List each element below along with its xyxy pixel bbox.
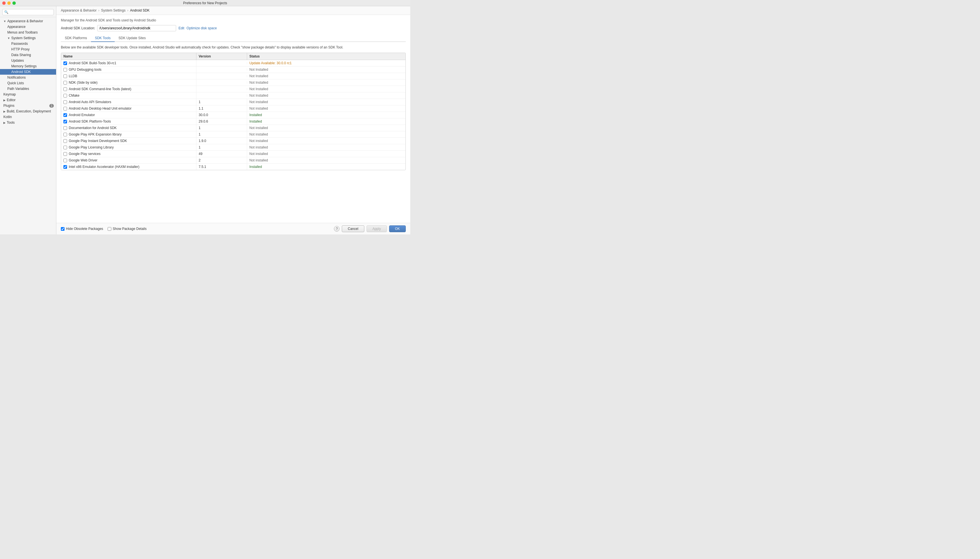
tool-name-cell: Android SDK Platform-Tools bbox=[61, 118, 197, 124]
tool-checkbox[interactable] bbox=[63, 133, 67, 136]
tool-name: Android SDK Build-Tools 30-rc1 bbox=[69, 61, 116, 65]
breadcrumb-part-1: Appearance & Behavior bbox=[61, 8, 97, 12]
tool-status-cell: Not installed bbox=[247, 125, 405, 131]
tool-checkbox[interactable] bbox=[63, 139, 67, 143]
tool-status-cell: Not installed bbox=[247, 144, 405, 150]
breadcrumb-current: Android SDK bbox=[130, 8, 149, 12]
tool-name-cell: GPU Debugging tools bbox=[61, 66, 197, 73]
tool-name-cell: Android Auto Desktop Head Unit emulator bbox=[61, 105, 197, 112]
ok-button[interactable]: OK bbox=[389, 225, 406, 232]
sidebar-item-appearance[interactable]: Appearance bbox=[0, 24, 56, 30]
help-icon[interactable]: ? bbox=[334, 226, 340, 232]
show-package-details-checkbox[interactable] bbox=[107, 227, 111, 231]
tool-version-cell bbox=[197, 81, 247, 84]
tool-version-cell: 49 bbox=[197, 151, 247, 157]
tool-name-cell: Google Play APK Expansion library bbox=[61, 131, 197, 137]
close-button[interactable] bbox=[2, 2, 6, 5]
tool-checkbox[interactable] bbox=[63, 159, 67, 162]
search-input[interactable] bbox=[2, 9, 54, 15]
tool-name: Android SDK Platform-Tools bbox=[69, 119, 111, 123]
tool-name-cell: NDK (Side by side) bbox=[61, 79, 197, 86]
sidebar-item-path-variables[interactable]: Path Variables bbox=[0, 86, 56, 92]
th-name: Name bbox=[61, 53, 197, 60]
tool-checkbox[interactable] bbox=[63, 100, 67, 104]
sidebar-item-notifications[interactable]: Notifications bbox=[0, 74, 56, 80]
sidebar-item-appearance-behavior-group[interactable]: ▼Appearance & Behavior bbox=[0, 18, 56, 24]
th-version: Version bbox=[197, 53, 247, 60]
sdk-location-input[interactable] bbox=[97, 25, 176, 31]
tab-sdk-tools[interactable]: SDK Tools bbox=[91, 35, 115, 42]
sidebar-item-tools[interactable]: ▶Tools bbox=[0, 120, 56, 126]
optimize-disk-button[interactable]: Optimize disk space bbox=[187, 26, 216, 30]
tab-sdk-update-sites[interactable]: SDK Update Sites bbox=[115, 35, 150, 42]
show-package-details-label[interactable]: Show Package Details bbox=[107, 227, 147, 231]
tool-name: Android Auto API Simulators bbox=[69, 100, 111, 104]
tool-version-cell: 1 bbox=[197, 99, 247, 105]
tool-name: Google Web Driver bbox=[69, 158, 98, 162]
sidebar-item-android-sdk[interactable]: Android SDK bbox=[0, 69, 56, 74]
sidebar-item-menus-toolbars[interactable]: Menus and Toolbars bbox=[0, 30, 56, 35]
table-row: GPU Debugging tools Not Installed bbox=[61, 66, 405, 73]
sidebar-item-updates[interactable]: Updates bbox=[0, 58, 56, 63]
title-bar: Preferences for New Projects bbox=[0, 0, 410, 6]
tool-name: Android SDK Command-line Tools (latest) bbox=[69, 87, 131, 91]
tool-version-cell: 1.1 bbox=[197, 105, 247, 112]
sidebar-item-memory-settings[interactable]: Memory Settings bbox=[0, 63, 56, 69]
tool-name: Intel x86 Emulator Accelerator (HAXM ins… bbox=[69, 165, 139, 169]
tool-name-cell: Intel x86 Emulator Accelerator (HAXM ins… bbox=[61, 164, 197, 170]
tool-checkbox[interactable] bbox=[63, 126, 67, 130]
breadcrumb: Appearance & Behavior › System Settings … bbox=[56, 6, 410, 15]
tool-version-cell: 30.0.0 bbox=[197, 112, 247, 118]
info-text: Below are the available SDK developer to… bbox=[61, 45, 406, 50]
tool-name: NDK (Side by side) bbox=[69, 81, 98, 84]
sidebar-item-passwords[interactable]: Passwords bbox=[0, 41, 56, 46]
sidebar-item-data-sharing[interactable]: Data Sharing bbox=[0, 52, 56, 58]
maximize-button[interactable] bbox=[12, 2, 16, 5]
tab-sdk-platforms[interactable]: SDK Platforms bbox=[61, 35, 91, 42]
tool-checkbox[interactable] bbox=[63, 107, 67, 111]
apply-button[interactable]: Apply bbox=[367, 225, 387, 232]
edit-button[interactable]: Edit bbox=[178, 26, 184, 30]
sidebar-item-build-execution-deployment[interactable]: ▶Build, Execution, Deployment bbox=[0, 109, 56, 114]
tool-checkbox[interactable] bbox=[63, 61, 67, 65]
content-body: Manager for the Android SDK and Tools us… bbox=[56, 15, 410, 223]
tool-checkbox[interactable] bbox=[63, 88, 67, 91]
minimize-button[interactable] bbox=[7, 2, 11, 5]
sidebar-item-plugins[interactable]: Plugins1 bbox=[0, 103, 56, 109]
tool-checkbox[interactable] bbox=[63, 146, 67, 149]
tool-checkbox[interactable] bbox=[63, 68, 67, 71]
cancel-button[interactable]: Cancel bbox=[342, 225, 364, 232]
tool-version-cell: 29.0.6 bbox=[197, 118, 247, 124]
tool-checkbox[interactable] bbox=[63, 113, 67, 117]
tool-status-cell: Not installed bbox=[247, 105, 405, 112]
tool-status-cell: Installed bbox=[247, 112, 405, 118]
content-area: Appearance & Behavior › System Settings … bbox=[56, 6, 410, 235]
sidebar-item-kotlin[interactable]: Kotlin bbox=[0, 114, 56, 120]
hide-obsolete-label[interactable]: Hide Obsolete Packages bbox=[61, 227, 103, 231]
table-row: Google Web Driver 2 Not installed bbox=[61, 157, 405, 164]
table-row: Google Play APK Expansion library 1 Not … bbox=[61, 131, 405, 138]
tool-status-cell: Not installed bbox=[247, 138, 405, 144]
table-row: CMake Not Installed bbox=[61, 93, 405, 99]
sidebar-item-keymap[interactable]: Keymap bbox=[0, 92, 56, 97]
tool-checkbox[interactable] bbox=[63, 81, 67, 84]
sidebar-item-http-proxy[interactable]: HTTP Proxy bbox=[0, 46, 56, 52]
table-row: Google Play Licensing Library 1 Not inst… bbox=[61, 144, 405, 151]
tool-name-cell: CMake bbox=[61, 93, 197, 99]
tool-checkbox[interactable] bbox=[63, 120, 67, 123]
tool-name-cell: Google Play Licensing Library bbox=[61, 144, 197, 150]
tool-checkbox[interactable] bbox=[63, 165, 67, 169]
table-row: Android SDK Build-Tools 30-rc1 Update Av… bbox=[61, 60, 405, 66]
tool-checkbox[interactable] bbox=[63, 152, 67, 156]
sidebar-item-quick-lists[interactable]: Quick Lists bbox=[0, 80, 56, 86]
table-header: Name Version Status bbox=[61, 53, 405, 60]
tool-name: GPU Debugging tools bbox=[69, 68, 101, 71]
tool-checkbox[interactable] bbox=[63, 94, 67, 98]
sidebar-item-editor[interactable]: ▶Editor bbox=[0, 97, 56, 103]
sidebar-item-system-settings-group[interactable]: ▼System Settings bbox=[0, 35, 56, 41]
tool-status-cell: Not installed bbox=[247, 99, 405, 105]
tool-name-cell: Android Auto API Simulators bbox=[61, 99, 197, 105]
hide-obsolete-checkbox[interactable] bbox=[61, 227, 64, 231]
table-row: Android Auto Desktop Head Unit emulator … bbox=[61, 105, 405, 112]
tool-checkbox[interactable] bbox=[63, 74, 67, 78]
